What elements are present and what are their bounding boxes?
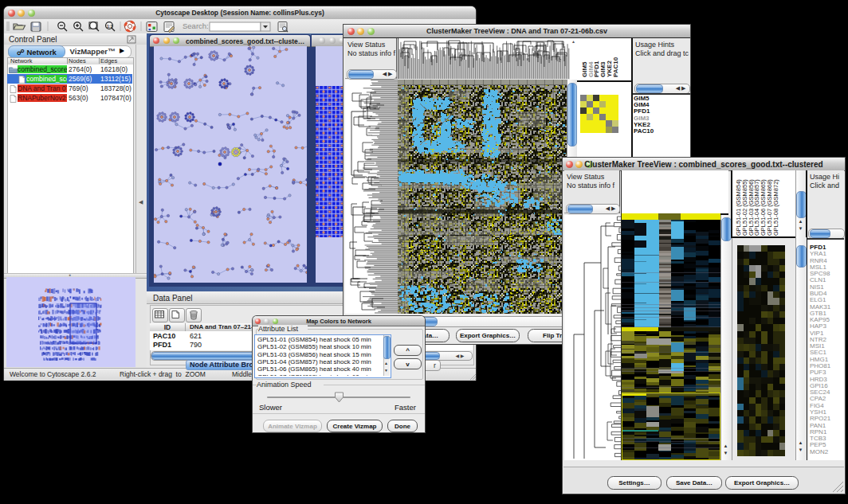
svg-text:1:1: 1:1 xyxy=(107,24,112,29)
svg-text:Search:: Search: xyxy=(183,21,209,30)
